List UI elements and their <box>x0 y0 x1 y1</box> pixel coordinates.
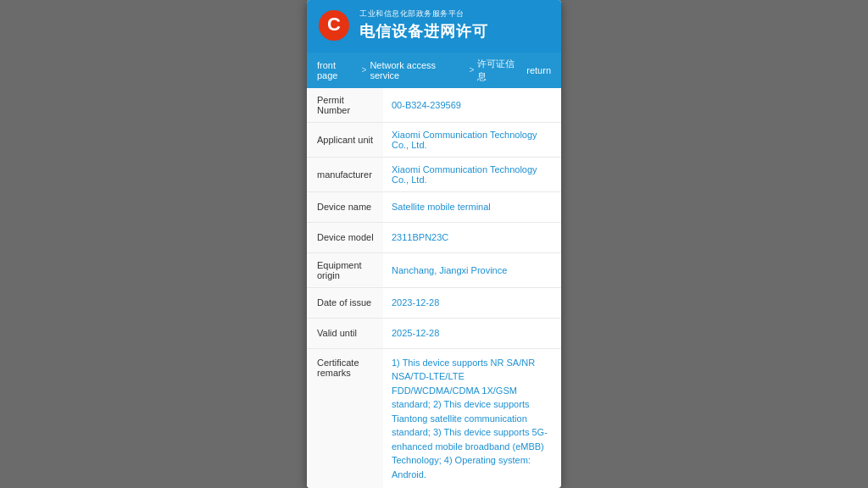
permit-number-row: Permit Number 00-B324-239569 <box>307 88 561 123</box>
permit-number-label: Permit Number <box>307 88 383 122</box>
valid-until-value: 2025-12-28 <box>383 319 561 348</box>
device-model-row: Device model 2311BPN23C <box>307 223 561 253</box>
applicant-unit-label: Applicant unit <box>307 123 383 157</box>
device-model-value: 2311BPN23C <box>383 223 561 252</box>
breadcrumb-sep-1: > <box>362 65 367 75</box>
certificate-remarks-label: Certificate remarks <box>307 349 383 488</box>
equipment-origin-row: Equipment origin Nanchang, Jiangxi Provi… <box>307 253 561 288</box>
breadcrumb-front-page[interactable]: front page <box>317 60 359 80</box>
equipment-origin-value: Nanchang, Jiangxi Province <box>383 253 561 287</box>
manufacturer-value: Xiaomi Communication Technology Co., Ltd… <box>383 158 561 191</box>
breadcrumb-return[interactable]: return <box>526 65 551 75</box>
certificate-remarks-row: Certificate remarks 1) This device suppo… <box>307 349 561 488</box>
breadcrumb-network-access[interactable]: Network access service <box>370 60 465 80</box>
applicant-unit-value: Xiaomi Communication Technology Co., Ltd… <box>383 123 561 157</box>
device-name-value: Satellite mobile terminal <box>383 192 561 222</box>
permit-number-value: 00-B324-239569 <box>383 88 561 122</box>
content-area: Permit Number 00-B324-239569 Applicant u… <box>307 88 561 488</box>
header-text: 工业和信息化部政务服务平台 电信设备进网许可 <box>359 8 488 42</box>
breadcrumb-sep-2: > <box>470 65 475 75</box>
manufacturer-row: manufacturer Xiaomi Communication Techno… <box>307 158 561 192</box>
date-of-issue-value: 2023-12-28 <box>383 288 561 318</box>
breadcrumb: front page > Network access service > 许可… <box>307 53 561 88</box>
manufacturer-label: manufacturer <box>307 158 383 191</box>
equipment-origin-label: Equipment origin <box>307 253 383 287</box>
date-of-issue-label: Date of issue <box>307 288 383 318</box>
device-name-label: Device name <box>307 192 383 222</box>
header-title: 电信设备进网许可 <box>359 21 488 42</box>
svg-text:C: C <box>327 14 341 35</box>
certificate-card: C 工业和信息化部政务服务平台 电信设备进网许可 front page > Ne… <box>307 0 561 488</box>
header-subtitle: 工业和信息化部政务服务平台 <box>359 8 488 19</box>
breadcrumb-license-info[interactable]: 许可证信息 <box>477 58 523 83</box>
device-model-label: Device model <box>307 223 383 252</box>
valid-until-label: Valid until <box>307 319 383 348</box>
applicant-unit-row: Applicant unit Xiaomi Communication Tech… <box>307 123 561 158</box>
certificate-remarks-value: 1) This device supports NR SA/NR NSA/TD-… <box>383 349 561 488</box>
date-of-issue-row: Date of issue 2023-12-28 <box>307 288 561 319</box>
device-name-row: Device name Satellite mobile terminal <box>307 192 561 223</box>
valid-until-row: Valid until 2025-12-28 <box>307 319 561 349</box>
logo: C <box>317 8 351 42</box>
header: C 工业和信息化部政务服务平台 电信设备进网许可 <box>307 0 561 53</box>
